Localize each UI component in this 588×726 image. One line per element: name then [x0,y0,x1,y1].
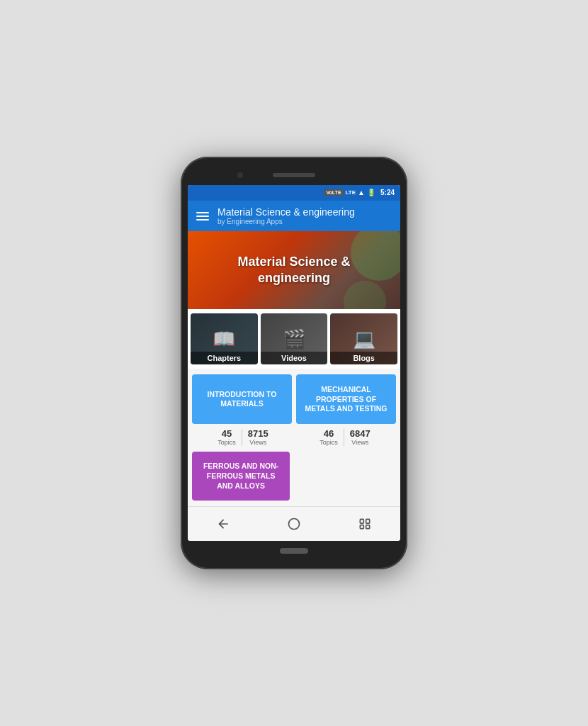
recents-icon [358,517,372,531]
back-button[interactable] [212,513,234,535]
chapters-section: INTRODUCTION TO MATERIALS Mechanical Pro… [188,369,400,506]
svg-rect-1 [360,520,363,524]
mech-views-count: 6847 [350,428,371,439]
intro-topics-block: 45 Topics [212,428,242,446]
hamburger-menu-button[interactable] [196,212,209,220]
mech-topics-count: 46 [324,428,334,439]
mech-topics-label: Topics [320,439,338,446]
intro-stats: 45 Topics 8715 Views [192,428,294,446]
intro-topics-label: Topics [217,439,236,446]
mech-views-label: Views [351,439,368,446]
phone-speaker [273,173,315,177]
status-bar: VoLTE LTE ▲ 🔋 5:24 [188,185,400,201]
battery-icon: 🔋 [367,189,375,196]
status-time: 5:24 [380,189,395,196]
svg-rect-2 [366,520,370,524]
phone-camera [237,172,243,178]
home-button[interactable] [283,513,305,535]
app-bar-title-block: Material Science & engineering by Engine… [217,206,392,226]
hero-title: Material Science &engineering [226,254,361,287]
status-icons: VoLTE LTE ▲ 🔋 5:24 [324,189,395,196]
svg-point-0 [289,519,300,530]
app-subtitle: by Engineering Apps [217,218,392,225]
phone-top-bar [188,165,400,185]
videos-card[interactable]: Videos [261,313,328,364]
phone-home-btn [280,548,308,554]
chapter-stats-row: 45 Topics 8715 Views 46 Topics [192,428,396,446]
chapters-label: Chapters [191,352,258,364]
chapter-cards-row: INTRODUCTION TO MATERIALS Mechanical Pro… [192,374,396,424]
chapters-card[interactable]: Chapters [191,313,258,364]
svg-rect-3 [360,525,363,529]
hero-banner: Material Science &engineering [188,231,400,309]
mechanical-properties-title: Mechanical Properties of Metals and test… [302,385,390,414]
volte-badge: VoLTE [324,189,343,196]
mechanical-properties-card[interactable]: Mechanical Properties of Metals and test… [296,374,396,424]
mech-views-block: 6847 Views [344,428,376,446]
videos-label: Videos [261,352,328,364]
back-icon [216,517,230,531]
home-icon [287,517,301,531]
intro-views-label: Views [249,439,266,446]
signal-icon: ▲ [358,189,365,196]
ferrous-title: FERROUS AND NON-FERROUS METALS AND ALLOY… [200,462,281,491]
phone-device: VoLTE LTE ▲ 🔋 5:24 Material Science & en… [181,157,407,570]
bottom-nav [188,506,400,541]
category-row: Chapters Videos Blogs [188,309,400,369]
intro-materials-card[interactable]: INTRODUCTION TO MATERIALS [192,374,292,424]
lte-label: LTE [346,189,356,196]
intro-views-count: 8715 [248,428,268,439]
phone-bottom-bar [188,541,400,561]
svg-rect-4 [366,525,370,529]
mech-topics-block: 46 Topics [314,428,344,446]
app-bar: Material Science & engineering by Engine… [188,201,400,232]
mech-stats: 46 Topics 6847 Views [294,428,396,446]
intro-views-block: 8715 Views [242,428,274,446]
ferrous-card[interactable]: FERROUS AND NON-FERROUS METALS AND ALLOY… [192,452,290,501]
app-title: Material Science & engineering [217,206,392,218]
intro-topics-count: 45 [222,428,232,439]
intro-materials-title: INTRODUCTION TO MATERIALS [198,390,286,409]
phone-screen: VoLTE LTE ▲ 🔋 5:24 Material Science & en… [188,185,400,542]
recents-button[interactable] [354,513,376,535]
blogs-label: Blogs [330,352,397,364]
blogs-card[interactable]: Blogs [330,313,397,364]
